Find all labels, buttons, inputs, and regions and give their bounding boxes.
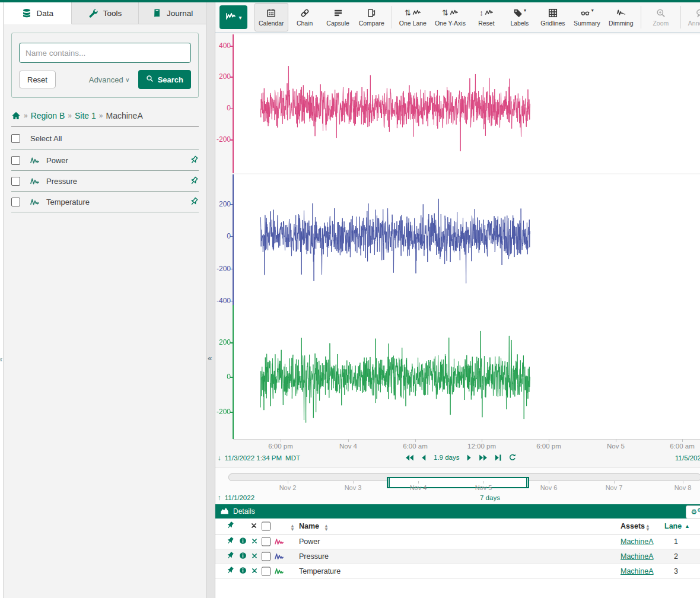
y-tick-label: -200 — [217, 408, 231, 416]
pin-icon[interactable] — [226, 552, 234, 562]
column-assets[interactable]: Assets — [621, 522, 645, 530]
display-range-end[interactable]: 11/5/2022 10:34 AM — [675, 454, 700, 462]
details-settings-button[interactable]: ⚙⚙ — [686, 505, 700, 519]
details-row-power[interactable]: PowerMachineA1 — [215, 535, 700, 549]
item-checkbox[interactable] — [11, 156, 20, 165]
timeline-day-label: Nov 5 — [475, 484, 492, 491]
tab-tools[interactable]: Tools — [72, 2, 139, 24]
remove-icon[interactable] — [252, 552, 257, 561]
pin-icon[interactable] — [189, 197, 199, 206]
toolbar-divider — [641, 6, 641, 28]
asset-link[interactable]: MachineA — [621, 567, 654, 575]
view-selector-dropdown[interactable]: ▾ — [219, 5, 247, 29]
display-range-start[interactable]: ↓ 11/3/2022 1:34 PM MDT — [218, 454, 300, 462]
row-checkbox[interactable] — [262, 552, 271, 561]
tab-journal[interactable]: Journal — [139, 2, 206, 24]
timeline-duration[interactable]: 7 days — [480, 494, 500, 501]
display-range-row: ↓ 11/3/2022 1:34 PM MDT 1.9 days 11/5/20… — [215, 453, 700, 465]
asset-link[interactable]: MachineA — [621, 552, 654, 561]
refresh-button[interactable] — [508, 453, 517, 462]
step-forward-many-button[interactable] — [479, 454, 488, 462]
item-checkbox[interactable] — [11, 177, 20, 186]
sort-icon[interactable]: ▲▼ — [645, 524, 650, 532]
row-name: Temperature — [299, 567, 341, 575]
timeline-day-label: Nov 4 — [410, 484, 427, 491]
x-tick-label: 6:00 am — [670, 443, 695, 450]
asset-item-pressure[interactable]: Pressure — [11, 171, 199, 192]
asset-item-power[interactable]: Power — [11, 150, 199, 171]
capsule-button[interactable]: Capsule — [322, 3, 355, 31]
column-lane[interactable]: Lane — [664, 522, 682, 530]
pin-icon[interactable] — [189, 176, 199, 186]
breadcrumb-link[interactable]: Site 1 — [75, 111, 96, 120]
step-back-many-button[interactable] — [405, 454, 414, 462]
one-lane-button[interactable]: ⇅One Lane — [395, 3, 431, 31]
duration-label[interactable]: 1.9 days — [434, 454, 459, 461]
details-row-pressure[interactable]: PressureMachineA2 — [215, 549, 700, 564]
search-button[interactable]: Search — [138, 70, 191, 89]
collapse-sidebar-icon[interactable]: « — [208, 354, 212, 362]
app-top-accent-bar — [0, 0, 700, 2]
asset-item-temperature[interactable]: Temperature — [11, 192, 199, 212]
reset-button[interactable]: ↕Reset — [470, 3, 503, 31]
annotate-icon — [696, 8, 700, 18]
sort-asc-icon[interactable]: ▲ — [685, 523, 690, 529]
row-name: Pressure — [299, 552, 329, 561]
sort-type-control[interactable]: ▲▼ — [290, 521, 295, 532]
timeline-handle-left[interactable] — [389, 478, 390, 487]
sidebar-collapse-strip[interactable]: « — [206, 2, 215, 598]
timeline-tick — [353, 481, 354, 484]
trend-canvas-power[interactable] — [233, 34, 700, 173]
info-icon[interactable] — [239, 552, 247, 561]
select-all-rows-checkbox[interactable] — [262, 522, 271, 531]
signal-icon — [30, 177, 39, 186]
breadcrumb-link[interactable]: Region B — [31, 111, 65, 120]
column-name[interactable]: Name — [299, 522, 319, 530]
chain-button[interactable]: Chain — [288, 3, 322, 31]
timeline-selection[interactable] — [387, 477, 529, 488]
info-icon[interactable] — [239, 567, 247, 576]
sort-name-control[interactable]: ▲▼ — [324, 521, 329, 532]
left-collapse-strip[interactable]: « — [0, 2, 4, 598]
trend-canvas-temperature[interactable] — [233, 305, 700, 439]
timeline-start[interactable]: ↑ 11/1/2022 — [218, 494, 254, 501]
select-all-checkbox[interactable] — [11, 134, 20, 143]
sort-assets-control[interactable]: ▲▼ — [645, 521, 650, 532]
sort-icon[interactable]: ▲▼ — [324, 524, 329, 532]
reset-button[interactable]: Reset — [19, 71, 56, 88]
step-forward-button[interactable] — [466, 454, 472, 462]
info-icon[interactable] — [239, 537, 247, 546]
pin-icon[interactable] — [226, 537, 234, 547]
home-icon[interactable] — [11, 111, 21, 120]
row-checkbox[interactable] — [262, 567, 271, 576]
summary-button[interactable]: ▾Summary — [569, 3, 604, 31]
pin-icon[interactable] — [189, 155, 199, 165]
remove-icon[interactable] — [252, 537, 257, 546]
sort-icon[interactable]: ▲▼ — [290, 524, 295, 532]
collapse-left-icon[interactable]: « — [0, 355, 2, 364]
pin-column-icon[interactable] — [226, 521, 234, 532]
compare-button[interactable]: Compare — [355, 3, 389, 31]
details-row-temperature[interactable]: TemperatureMachineA3 — [215, 564, 700, 579]
remove-icon[interactable] — [252, 567, 257, 575]
trend-canvas-pressure[interactable] — [233, 174, 700, 306]
advanced-toggle[interactable]: Advanced ∨ — [89, 75, 130, 84]
step-back-button[interactable] — [421, 454, 427, 462]
item-checkbox[interactable] — [11, 198, 20, 206]
dimming-button[interactable]: Dimming — [604, 3, 638, 31]
calendar-button[interactable]: Calendar — [254, 3, 288, 31]
pin-icon[interactable] — [226, 567, 234, 577]
tab-data[interactable]: Data — [4, 2, 72, 24]
timeline-handle-right[interactable] — [526, 478, 527, 487]
one-y-axis-button[interactable]: ⇅One Y-Axis — [431, 3, 470, 31]
labels-button[interactable]: ▾Labels — [503, 3, 536, 31]
search-panel: Reset Advanced ∨ Search — [11, 33, 199, 98]
remove-column-icon[interactable] — [251, 522, 257, 530]
step-to-end-button[interactable] — [494, 454, 502, 462]
gridlines-button[interactable]: Gridlines — [536, 3, 569, 31]
search-input[interactable] — [19, 43, 191, 63]
timeline-track[interactable] — [228, 473, 700, 481]
row-lane: 2 — [674, 552, 678, 561]
asset-link[interactable]: MachineA — [621, 537, 654, 546]
row-checkbox[interactable] — [262, 537, 271, 546]
